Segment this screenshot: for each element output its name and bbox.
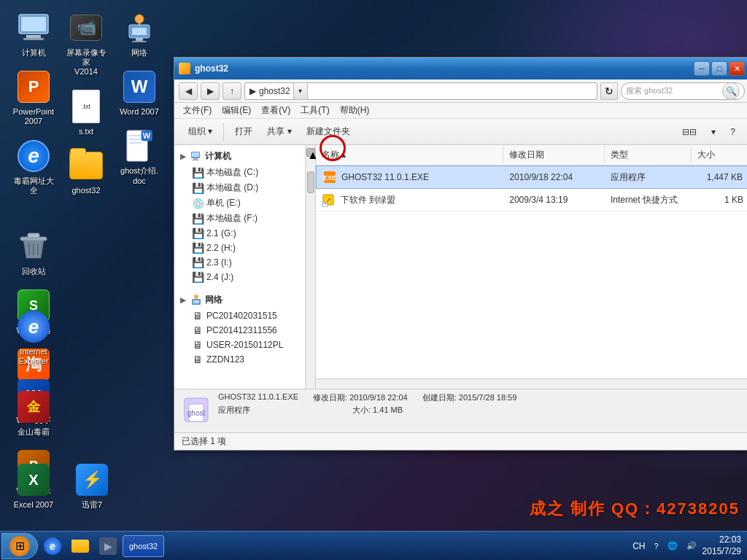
tree-pc1[interactable]: 🖥 PC201402031515	[174, 308, 305, 323]
tree-computer[interactable]: ▶ 计算机	[174, 148, 305, 165]
desktop-icon-txt[interactable]: s.txt	[60, 86, 112, 139]
back-button[interactable]: ◀	[179, 82, 198, 100]
desktop-icon-ghost-folder[interactable]: ghost32	[60, 145, 112, 198]
tree-drive-c-icon: 💾	[192, 167, 204, 179]
status-spacer	[265, 405, 338, 416]
minimize-button[interactable]: ─	[694, 61, 710, 76]
tree-network[interactable]: ▶ 网络	[174, 292, 305, 308]
desktop-icon-ie2[interactable]: e InternetExplorer	[7, 306, 60, 369]
menu-edit[interactable]: 编辑(E)	[217, 103, 255, 118]
desktop-icon-ghost-doc[interactable]: W ghost介绍.doc	[113, 125, 166, 188]
tree-drive-h-icon: 💾	[192, 242, 204, 254]
scrollbar-thumb[interactable]	[307, 171, 314, 193]
up-button[interactable]: ↑	[222, 82, 241, 100]
desktop-icon-ppt[interactable]: P PowerPoint2007	[7, 66, 60, 129]
tree-drive-c-label: 本地磁盘 (C:)	[206, 166, 258, 179]
title-bar-left: ghost32	[179, 63, 228, 74]
right-panel: 名称 ▲ 修改日期 类型 大小	[316, 145, 747, 389]
taskbar-explorer-label: ghost32	[129, 542, 158, 551]
file-row-1[interactable]: EXE GHOST32 11.0.1.EXE 2010/9/18 22:04 应…	[316, 166, 747, 189]
tray-network[interactable]: 🌐	[665, 541, 681, 551]
menu-file[interactable]: 文件(F)	[179, 103, 216, 118]
desktop-icon-word[interactable]: W Word 2007	[113, 66, 166, 120]
desktop-icon-word-label: Word 2007	[120, 107, 159, 117]
taskbar-media[interactable]: ▶	[95, 535, 121, 557]
menu-help[interactable]: 帮助(H)	[336, 103, 374, 118]
tree-pc3[interactable]: 🖥 USER-20150112PL	[174, 338, 305, 352]
desktop-icon-excel[interactable]: X Excel 2007	[7, 459, 60, 513]
tray-lang[interactable]: CH	[630, 541, 648, 551]
desktop-icon-recycle[interactable]: 回收站	[7, 226, 60, 279]
desktop-icon-ie-duba[interactable]: 毒霸网址大全	[7, 136, 60, 198]
tree-drive-d[interactable]: 💾 本地磁盘 (D:)	[174, 180, 305, 195]
tree-drive-g[interactable]: 💾 2.1 (G:)	[174, 226, 305, 241]
tree-computer-label: 计算机	[205, 150, 231, 163]
maximize-button[interactable]: □	[711, 61, 727, 76]
desktop-icon-network[interactable]: 网络	[113, 7, 166, 61]
tree-drive-d-label: 本地磁盘 (D:)	[206, 182, 258, 194]
open-button[interactable]: 打开	[228, 122, 259, 142]
help-button[interactable]: ?	[724, 122, 742, 142]
file-name-cell-2: ↗ 下软件 到绿盟	[316, 191, 503, 209]
tree-pc3-icon: 🖥	[192, 339, 204, 351]
title-icon	[179, 63, 190, 74]
menu-view[interactable]: 查看(V)	[257, 103, 295, 118]
svg-rect-23	[193, 300, 199, 303]
file-name-cell-1: EXE GHOST32 11.0.1.EXE	[317, 168, 503, 186]
scrollbar-up[interactable]: ▲	[306, 148, 315, 157]
desktop-icon-camera[interactable]: 屏幕录像专家V2014	[60, 7, 112, 80]
search-button[interactable]: 🔍	[722, 82, 740, 100]
tree-pc1-label: PC201402031515	[206, 311, 277, 321]
view-change-button[interactable]: ▾	[705, 122, 722, 142]
tree-drive-j[interactable]: 💾 2.4 (J:)	[174, 270, 305, 284]
tree-pc2[interactable]: 🖥 PC201412311556	[174, 323, 305, 338]
svg-rect-21	[192, 160, 199, 160]
taskbar: ⊞ e ▶ ghost32 CH ? 🌐 🔊 22:03 2015/7/29	[0, 531, 747, 560]
status-modified: 修改日期: 2010/9/18 22:04	[313, 392, 408, 403]
start-button[interactable]: ⊞	[1, 533, 38, 559]
search-box[interactable]: 搜索 ghost32 🔍	[621, 82, 745, 100]
desktop-icon-jinshan[interactable]: 金 金山毒霸	[7, 386, 60, 440]
status-row-2: 应用程序 大小: 1.41 MB	[218, 405, 516, 416]
status-size: 大小: 1.41 MB	[352, 405, 403, 416]
file-row-2[interactable]: ↗ 下软件 到绿盟 2009/3/4 13:19 Internet 快捷方式 1…	[316, 189, 747, 211]
close-button[interactable]: ✕	[729, 61, 745, 76]
tree-drive-c[interactable]: 💾 本地磁盘 (C:)	[174, 165, 305, 180]
address-path[interactable]: ▶ ghost32 ▾	[244, 82, 597, 100]
taskbar-ie[interactable]: e	[39, 535, 66, 557]
tree-drive-j-label: 2.4 (J:)	[206, 272, 233, 282]
col-date-header[interactable]: 修改日期	[503, 147, 605, 163]
col-name-header[interactable]: 名称 ▲	[316, 147, 503, 163]
file-date-2: 2009/3/4 13:19	[503, 193, 605, 206]
col-type-header[interactable]: 类型	[605, 147, 692, 163]
tree-drive-e[interactable]: 💿 单机 (E:)	[174, 195, 305, 211]
tree-pc4[interactable]: 🖥 ZZDN123	[174, 352, 305, 367]
tree-drive-i[interactable]: 💾 2.3 (I:)	[174, 255, 305, 270]
forward-button[interactable]: ▶	[201, 82, 220, 100]
tree-drive-h[interactable]: 💾 2.2 (H:)	[174, 241, 305, 255]
desktop-icon-computer[interactable]: 计算机	[7, 7, 60, 61]
menu-tools[interactable]: 工具(T)	[296, 103, 333, 118]
tree-drive-f[interactable]: 💾 本地磁盘 (F:)	[174, 211, 305, 226]
tray-sound[interactable]: 🔊	[684, 541, 700, 551]
view-details-button[interactable]: ⊟⊟	[676, 122, 703, 142]
organize-button[interactable]: 组织 ▾	[182, 122, 219, 142]
taskbar-explorer[interactable]: ghost32	[123, 535, 164, 557]
h-scrollbar[interactable]	[316, 378, 747, 389]
tree-drive-e-label: 单机 (E:)	[206, 197, 241, 209]
address-dropdown[interactable]: ▾	[293, 82, 308, 100]
left-scrollbar[interactable]: ▲	[306, 145, 316, 389]
file-list-header: 名称 ▲ 修改日期 类型 大小	[316, 145, 747, 166]
tray-help[interactable]: ?	[651, 542, 661, 551]
empty-area[interactable]	[316, 211, 747, 378]
share-button[interactable]: 共享 ▾	[260, 122, 298, 142]
file-icon-shortcut: ↗	[322, 192, 336, 207]
svg-rect-7	[132, 41, 147, 42]
col-size-header[interactable]: 大小	[692, 147, 747, 163]
tree-pc2-label: PC201412311556	[206, 325, 277, 335]
taskbar-folder[interactable]	[67, 535, 93, 557]
desktop-icon-thunder[interactable]: ⚡ 迅雷7	[66, 459, 118, 513]
content-area: ▶ 计算机 💾 本地磁盘 (C:) 💾 本地磁盘 (D:) �	[174, 145, 747, 389]
new-folder-button[interactable]: 新建文件夹	[300, 122, 357, 142]
refresh-button[interactable]: ↻	[600, 82, 618, 100]
